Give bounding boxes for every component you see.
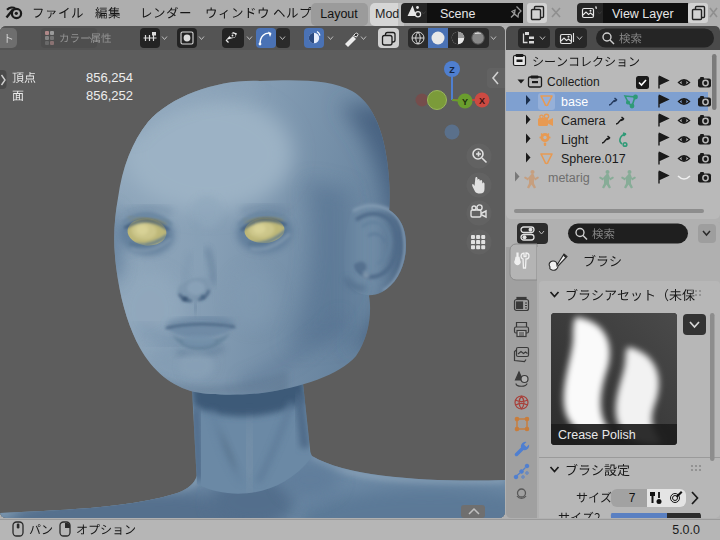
- svg-text:Y: Y: [462, 97, 468, 107]
- svg-text:Z: Z: [449, 65, 455, 75]
- svg-text:5.0.0: 5.0.0: [672, 523, 700, 537]
- svg-text:Collection: Collection: [547, 75, 600, 89]
- svg-text:X: X: [479, 96, 485, 106]
- svg-text:7: 7: [629, 491, 636, 505]
- svg-text:Scene: Scene: [440, 7, 475, 21]
- svg-text:Camera: Camera: [561, 114, 606, 128]
- svg-text:Sphere.017: Sphere.017: [561, 152, 626, 166]
- svg-text:856,252: 856,252: [86, 88, 133, 103]
- svg-text:Layout: Layout: [320, 7, 358, 21]
- svg-text:metarig: metarig: [548, 171, 590, 185]
- svg-text:Crease Polish: Crease Polish: [558, 428, 636, 442]
- svg-text:856,254: 856,254: [86, 70, 133, 85]
- svg-text:Mod: Mod: [375, 7, 399, 21]
- svg-text:View Layer: View Layer: [612, 7, 674, 21]
- svg-text:base: base: [561, 95, 588, 109]
- svg-text:Light: Light: [561, 133, 589, 147]
